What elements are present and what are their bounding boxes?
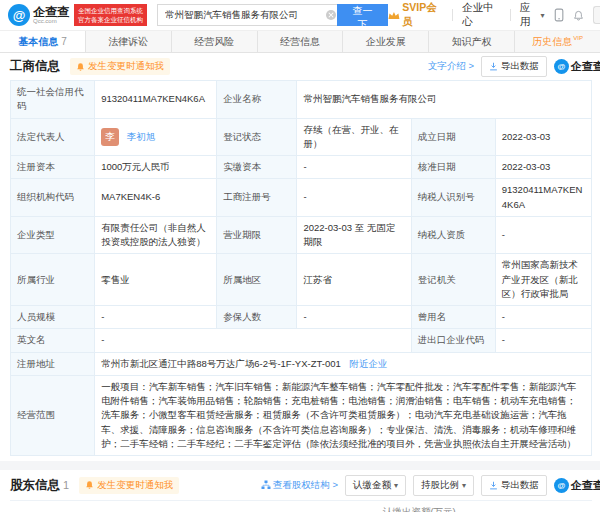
field-label: 企业名称: [217, 81, 297, 119]
table-row: 组织机构代码 MA7KEN4K-6 工商注册号 - 纳税人识别号 9132041…: [11, 179, 592, 217]
field-label: 成立日期: [411, 118, 495, 156]
nearby-companies-link[interactable]: 附近企业: [349, 358, 387, 369]
table-row: 统一社会信用代码 91320411MA7KEN4K6A 企业名称 常州智鹏汽车销…: [11, 81, 592, 119]
notify-label: 发生变更时通知我: [97, 479, 173, 492]
tab-bar: 基本信息 7 法律诉讼 经营风险 经营信息 企业发展 知识产权 历史信息 VIP: [0, 30, 600, 53]
org-chart-icon: [261, 480, 271, 490]
field-label: 组织机构代码: [11, 179, 95, 217]
tab-legal[interactable]: 法律诉讼: [86, 31, 172, 52]
qcc-logo-icon: @: [554, 478, 569, 493]
field-value: -: [297, 156, 411, 179]
section-actions: 文字介绍 > 导出数据 @ 企查查: [428, 56, 592, 77]
field-label: 所属地区: [217, 254, 297, 306]
field-label: 曾用名: [411, 306, 495, 329]
qcc-watermark-label: 企查查: [571, 478, 600, 493]
svip-label: SVIP会员: [402, 1, 443, 29]
field-value: 91320411MA7KEN4K6A: [95, 81, 217, 119]
search-button[interactable]: 查一下: [337, 4, 389, 26]
col-holder: 股东及出资信息: [68, 501, 317, 512]
field-label: 纳税人识别号: [411, 179, 495, 217]
search-input[interactable]: [157, 4, 337, 26]
tab-basic-info[interactable]: 基本信息 7: [0, 31, 86, 52]
chevron-down-icon: ▾: [540, 11, 544, 20]
field-value: 1000万元人民币: [95, 156, 217, 179]
col-amount-sortable[interactable]: 认缴出资额(万元): [377, 501, 461, 512]
field-label: 实缴资本: [217, 156, 297, 179]
enterprise-center-link[interactable]: 企业中心: [462, 1, 501, 29]
avatar: 李: [101, 128, 119, 146]
mobile-icon[interactable]: [554, 8, 564, 22]
divider: [452, 9, 453, 21]
crown-icon: [388, 11, 400, 20]
tab-risk[interactable]: 经营风险: [172, 31, 258, 52]
business-scope-value: 一般项目：汽车新车销售；汽车旧车销售；新能源汽车整车销售；汽车零配件批发；汽车零…: [95, 375, 592, 455]
tab-development[interactable]: 企业发展: [343, 31, 429, 52]
field-label: 经营范围: [11, 375, 95, 455]
field-value: -: [495, 329, 591, 352]
tab-operation[interactable]: 经营信息: [258, 31, 344, 52]
export-label: 导出数据: [501, 60, 539, 73]
shareholder-header: 股东信息 1 发生变更时通知我 查看股权结构 > 认缴金额 ▾ 持股比例 ▾ 导…: [10, 470, 592, 500]
qcc-logo-icon: @: [8, 4, 30, 26]
apps-menu[interactable]: 应用 ▾: [520, 1, 545, 29]
table-row: 注册地址 常州市新北区通江中路88号万达广场6-2号-1F-YX-ZT-001 …: [11, 352, 592, 375]
text-intro-link[interactable]: 文字介绍 >: [428, 60, 474, 73]
qcc-brand-text: 企查查 Qcc.com: [33, 6, 69, 25]
section-title: 股东信息: [10, 477, 60, 494]
gov-badge-line2: 官方备案企业征信机构: [78, 15, 143, 24]
export-label: 导出数据: [501, 479, 539, 492]
export-data-button[interactable]: 导出数据: [481, 56, 547, 77]
field-label: 营业期限: [217, 216, 297, 254]
field-value: 2022-03-03: [495, 118, 591, 156]
table-header-row: 序号 股东及出资信息 持股比例 认缴出资额(万元) 认缴出资日期 参股日期: [10, 501, 592, 512]
bell-icon[interactable]: [573, 9, 584, 22]
qcc-logo[interactable]: @ 企查查 Qcc.com: [8, 4, 69, 26]
view-structure-label: 查看股权结构 >: [273, 479, 338, 492]
qcc-watermark: @ 企查查: [554, 478, 600, 493]
tab-ip[interactable]: 知识产权: [429, 31, 515, 52]
field-value: -: [495, 306, 591, 329]
field-label: 参保人数: [217, 306, 297, 329]
sort-amount-dropdown[interactable]: 认缴金额 ▾: [345, 475, 406, 496]
export-data-button[interactable]: 导出数据: [481, 475, 547, 496]
section-divider: [0, 461, 600, 470]
sort-amount-label: 认缴金额: [353, 479, 391, 492]
field-label: 登记状态: [217, 118, 297, 156]
top-right-nav: SVIP会员 企业中心 应用 ▾: [388, 1, 600, 29]
legal-rep-link[interactable]: 李初旭: [127, 130, 156, 141]
gov-badge-line1: 全国企业信用查询系统: [78, 6, 143, 15]
view-equity-structure-link[interactable]: 查看股权结构 >: [261, 479, 338, 492]
table-row: 企业类型 有限责任公司（非自然人投资或控股的法人独资） 营业期限 2022-03…: [11, 216, 592, 254]
brand-domain: Qcc.com: [33, 18, 69, 24]
field-label: 企业类型: [11, 216, 95, 254]
field-label: 注册地址: [11, 352, 95, 375]
col-date-sortable[interactable]: 认缴出资日期: [462, 501, 536, 512]
notify-change-toggle[interactable]: 发生变更时通知我: [70, 58, 170, 75]
field-value: 零售业: [95, 254, 217, 306]
field-label: 英文名: [11, 329, 95, 352]
field-value: 江苏省: [297, 254, 411, 306]
field-label: 统一社会信用代码: [11, 81, 95, 119]
apps-label: 应用: [520, 1, 539, 29]
field-value: 2022-03-03 至 无固定期限: [297, 216, 411, 254]
qcc-watermark-label: 企查查: [571, 59, 600, 74]
field-label: 工商注册号: [217, 179, 297, 217]
field-value: 有限责任公司（非自然人投资或控股的法人独资）: [95, 216, 217, 254]
svip-link[interactable]: SVIP会员: [388, 1, 443, 29]
notify-change-toggle[interactable]: 发生变更时通知我: [79, 477, 179, 494]
avatar[interactable]: [593, 6, 600, 24]
brand-name: 企查查: [33, 6, 69, 19]
download-icon: [489, 481, 498, 490]
tab-history[interactable]: 历史信息 VIP: [515, 31, 600, 52]
field-value: -: [495, 216, 591, 254]
sort-ratio-dropdown[interactable]: 持股比例 ▾: [413, 475, 474, 496]
field-value: -: [95, 306, 217, 329]
business-info-table: 统一社会信用代码 91320411MA7KEN4K6A 企业名称 常州智鹏汽车销…: [10, 80, 592, 456]
table-row: 注册资本 1000万元人民币 实缴资本 - 核准日期 2022-03-03: [11, 156, 592, 179]
gov-badge: 全国企业信用查询系统 官方备案企业征信机构: [74, 4, 147, 26]
qcc-logo-icon: @: [554, 59, 569, 74]
col-join-date: 参股日期: [536, 501, 592, 512]
download-icon: [489, 62, 498, 71]
tab-label: 基本信息: [18, 35, 58, 49]
chevron-down-icon: ▾: [394, 481, 398, 490]
